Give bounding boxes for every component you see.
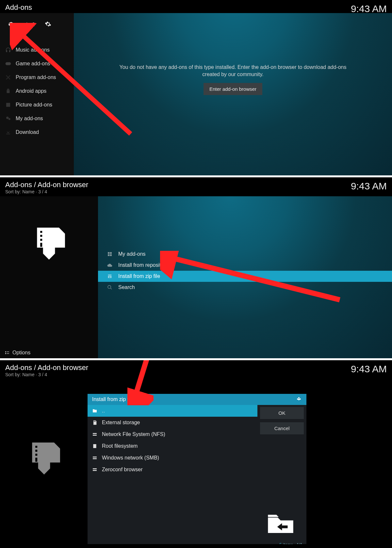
file-row-root[interactable]: Root filesystem <box>88 440 257 452</box>
options-label: Options <box>12 350 30 356</box>
folder-up-icon <box>92 408 97 413</box>
file-row-label: .. <box>102 408 105 414</box>
cancel-button[interactable]: Cancel <box>260 422 304 434</box>
crossed-icon <box>5 74 11 80</box>
file-row-external-storage[interactable]: External storage <box>88 417 257 428</box>
sort-info: Sort by: Name · 3 / 4 <box>5 372 88 377</box>
menu-item-search[interactable]: Search <box>98 282 392 293</box>
grid-icon <box>107 251 112 257</box>
dialog-title: Install from zip file <box>92 396 134 402</box>
sidebar-item-android-apps[interactable]: Android apps <box>0 84 74 98</box>
menu-item-label: Install from zip file <box>118 273 160 279</box>
menu-item-install-repository[interactable]: Install from repository <box>98 260 392 271</box>
package-down-icon <box>107 274 112 279</box>
page-title: Add-ons / Add-on browser <box>5 363 88 372</box>
menu-item-label: Install from repository <box>118 262 168 268</box>
menu-item-my-addons[interactable]: My add-ons <box>98 249 392 260</box>
gear-icon[interactable] <box>45 21 51 29</box>
folder-back-icon <box>267 512 295 536</box>
net-icon <box>92 432 97 437</box>
ok-button[interactable]: OK <box>260 407 304 419</box>
sidebar <box>23 411 65 478</box>
sidebar: Options <box>0 196 98 358</box>
file-row-nfs[interactable]: Network File System (NFS) <box>88 428 257 440</box>
net-icon <box>92 455 97 460</box>
download-icon <box>5 129 11 135</box>
clock: 9:43 AM <box>351 363 387 377</box>
sidebar-item-download[interactable]: Download <box>0 125 74 139</box>
gears-icon <box>5 116 11 121</box>
sidebar-item-label: Program add-ons <box>16 74 56 80</box>
zip-download-icon <box>28 226 70 263</box>
net-icon <box>92 467 97 472</box>
sort-info: Sort by: Name · 3 / 4 <box>5 189 88 194</box>
empty-message: You do not have any add-ons of this type… <box>119 64 347 78</box>
content-area: My add-ons Install from repository Insta… <box>98 196 392 358</box>
sd-icon <box>92 420 97 425</box>
file-row-label: Root filesystem <box>102 443 138 449</box>
sidebar-item-music-addons[interactable]: Music add-ons <box>0 43 74 57</box>
kodi-logo-icon <box>296 396 302 403</box>
cloud-down-icon <box>107 263 112 268</box>
options-button[interactable]: Options <box>5 350 30 356</box>
file-row-smb[interactable]: Windows network (SMB) <box>88 452 257 464</box>
enter-addon-browser-button[interactable]: Enter add-on browser <box>204 83 262 95</box>
clock: 9:43 AM <box>351 181 387 194</box>
sidebar-item-label: Game add-ons <box>16 61 50 67</box>
open-box-icon[interactable] <box>8 21 14 29</box>
file-row-label: External storage <box>102 420 140 426</box>
sidebar-item-picture-addons[interactable]: Picture add-ons <box>0 98 74 112</box>
zip-download-icon <box>23 441 65 478</box>
image-icon <box>5 102 11 108</box>
menu-item-label: My add-ons <box>118 251 146 257</box>
file-row-label: Zeroconf browser <box>102 467 143 473</box>
android-icon <box>5 88 11 94</box>
gamepad-icon <box>5 61 11 67</box>
sidebar-item-label: Picture add-ons <box>16 102 52 108</box>
sidebar-item-game-addons[interactable]: Game add-ons <box>0 57 74 71</box>
file-row-zeroconf[interactable]: Zeroconf browser <box>88 464 257 475</box>
update-count-button[interactable]: 0 <box>24 22 35 28</box>
sidebar-item-label: Android apps <box>16 88 46 94</box>
file-row-parent[interactable]: .. <box>88 405 257 417</box>
install-from-zip-dialog: Install from zip file .. External storag… <box>88 394 306 544</box>
menu-item-install-zip[interactable]: Install from zip file <box>98 271 392 282</box>
page-title: Add-ons / Add-on browser <box>5 181 88 189</box>
sidebar: 0 Music add-ons Game add-ons Program add… <box>0 13 74 177</box>
update-count: 0 <box>32 22 35 28</box>
sidebar-item-label: Download <box>16 129 39 135</box>
file-row-label: Network File System (NFS) <box>102 431 165 437</box>
sidebar-item-label: My add-ons <box>16 116 43 121</box>
content-area: You do not have any add-ons of this type… <box>74 13 392 175</box>
sidebar-item-my-addons[interactable]: My add-ons <box>0 112 74 125</box>
sidebar-item-label: Music add-ons <box>16 47 50 53</box>
headphones-icon <box>5 47 11 53</box>
dialog-footer: 5 items · 1/1 <box>279 542 302 544</box>
disk-icon <box>92 443 97 449</box>
page-title: Add-ons <box>5 3 32 12</box>
menu-item-label: Search <box>118 284 135 290</box>
search-icon <box>107 285 112 290</box>
file-row-label: Windows network (SMB) <box>102 455 159 461</box>
clock: 9:43 AM <box>351 3 387 14</box>
sidebar-item-program-addons[interactable]: Program add-ons <box>0 71 74 84</box>
